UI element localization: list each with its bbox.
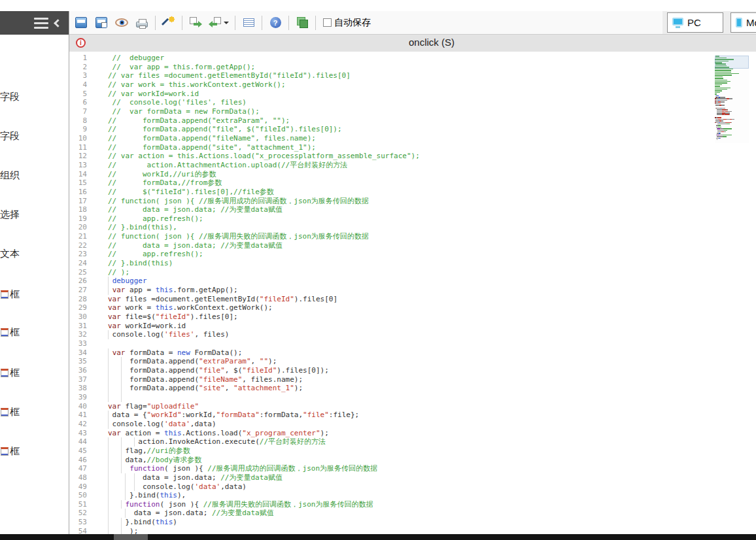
line-number: 38 xyxy=(69,384,87,393)
line-number: 44 xyxy=(69,437,87,447)
code-line: 36 formData.append("file", $("fileId").f… xyxy=(69,366,756,375)
code-line: 25// ); xyxy=(69,268,756,277)
code-editor[interactable]: 1 // debugger2 // var app = this.form.ge… xyxy=(69,52,756,534)
autosave-toggle[interactable]: 自动保存 xyxy=(323,17,371,29)
code-line: 21// function( json ){ //服务调用失败的回调函数，jso… xyxy=(69,232,756,241)
bottom-scrollbar xyxy=(0,534,756,540)
tab-pc[interactable]: PC xyxy=(667,12,723,33)
indent-guide xyxy=(121,393,122,402)
collapse-sidebar-icon[interactable] xyxy=(54,19,62,27)
line-number: 3 xyxy=(69,71,87,80)
code-line: 16// $("fileId").files[0],//file参数 xyxy=(69,188,756,197)
code-lines: 1 // debugger2 // var app = this.form.ge… xyxy=(69,54,756,534)
toolbox-item[interactable]: 字段 xyxy=(0,129,20,143)
code-line: 20// }.bind(this), xyxy=(69,223,756,232)
line-number: 5 xyxy=(69,90,87,99)
toolbox-item[interactable]: 框 xyxy=(0,445,20,458)
editor-toolbar: ? 自动保存 xyxy=(69,11,756,35)
tab-mobile-label: Mo xyxy=(746,17,756,28)
line-number: 40 xyxy=(69,402,87,411)
indent-guide xyxy=(108,464,109,473)
toolbox-item[interactable]: 框 xyxy=(0,288,20,301)
copy-button[interactable] xyxy=(295,15,309,31)
autosave-checkbox[interactable] xyxy=(323,18,332,27)
form-widget-icon xyxy=(1,447,9,456)
tab-mobile[interactable]: Mo xyxy=(730,12,756,33)
code-line: 39 xyxy=(69,393,756,402)
code-line: 3// var files =document.getElementById("… xyxy=(69,71,756,80)
toolbox-item[interactable]: 文本 xyxy=(0,247,20,260)
indent-guide xyxy=(108,393,109,402)
indent-guide xyxy=(108,518,109,527)
desktop-icon xyxy=(672,18,683,25)
line-number: 25 xyxy=(69,268,87,277)
toolbox-item[interactable]: 字段 xyxy=(0,90,20,103)
code-line: 48 data = json.data; //为变量data赋值 xyxy=(69,473,756,482)
toolbox-item-label: 选择 xyxy=(0,209,20,221)
help-icon: ? xyxy=(270,17,281,28)
form-widget-icon xyxy=(1,369,9,377)
toolbox-item-label: 字段 xyxy=(0,91,20,103)
save-button[interactable] xyxy=(74,15,88,31)
code-line: 49 console.log('data',data) xyxy=(69,482,756,492)
save-as-button[interactable] xyxy=(94,15,109,31)
form-list-button[interactable] xyxy=(241,15,256,31)
indent-guide xyxy=(108,330,109,339)
tab-pc-label: PC xyxy=(687,17,701,28)
code-line: 13// action.AttachmentAction.upload(//平台… xyxy=(69,161,756,170)
code-line: 28var files =document.getElementById("fi… xyxy=(69,295,756,304)
code-line: 47 function( json ){ //服务调用成功的回调函数，json为… xyxy=(69,464,756,473)
print-button[interactable] xyxy=(135,15,149,31)
code-line: 43var action = this.Actions.load("x_prog… xyxy=(69,429,756,438)
hamburger-menu-icon[interactable] xyxy=(34,18,48,29)
script-editor-window: 字段字段组织选择文本框框框框框 ? 自动保存 PC xyxy=(0,0,756,540)
line-number: 9 xyxy=(69,125,87,134)
toolbox-item[interactable]: 组织 xyxy=(0,169,20,182)
line-number: 42 xyxy=(69,420,87,429)
code-line: 33 xyxy=(69,339,756,348)
indent-guide xyxy=(108,277,109,286)
indent-guide xyxy=(108,527,109,534)
code-line: 24// }.bind(this) xyxy=(69,259,756,268)
line-number: 48 xyxy=(69,473,87,482)
code-line: 17// function( json ){ //服务调用成功的回调函数，jso… xyxy=(69,197,756,206)
code-line: 51 function( json ){ //服务调用失败的回调函数，json为… xyxy=(69,500,756,509)
dropdown-caret-icon xyxy=(224,22,229,24)
code-line: 52 data = json.data; //为变量data赋值 xyxy=(69,509,756,518)
help-button[interactable]: ? xyxy=(268,15,283,31)
code-line: 11// formData.append("site", "attachment… xyxy=(69,143,756,152)
indent-guide xyxy=(134,437,135,447)
toolbox-item[interactable]: 选择 xyxy=(0,208,20,221)
code-line: 31var workId=work.id xyxy=(69,322,756,331)
code-line: 5// var workId=work.id xyxy=(69,90,756,99)
line-number: 35 xyxy=(69,357,87,366)
indent-guide xyxy=(121,366,122,375)
indent-guide xyxy=(121,500,122,509)
indent-guide xyxy=(108,411,109,420)
scrollbar-thumb[interactable] xyxy=(114,534,148,540)
indent-guide xyxy=(108,473,109,482)
code-line: 2 // var app = this.form.getApp(); xyxy=(69,63,756,72)
indent-guide xyxy=(108,491,109,500)
export-button[interactable] xyxy=(188,15,203,31)
line-number: 10 xyxy=(69,134,87,143)
toolbox-item[interactable]: 框 xyxy=(0,326,20,339)
line-number: 18 xyxy=(69,205,87,214)
code-minimap[interactable] xyxy=(715,56,749,143)
line-number: 45 xyxy=(69,447,87,456)
line-number: 47 xyxy=(69,464,87,473)
code-line: 26 debugger xyxy=(69,277,756,286)
code-line: 23// app.refresh(); xyxy=(69,250,756,259)
preview-button[interactable] xyxy=(114,15,129,31)
toolbox-sidebar: 字段字段组织选择文本框框框框框 xyxy=(0,35,69,534)
indent-guide xyxy=(121,527,122,534)
code-line: 29var work = this.workContext.getWork(); xyxy=(69,303,756,312)
copy-icon xyxy=(297,17,308,28)
import-button[interactable] xyxy=(209,15,229,31)
line-number: 21 xyxy=(69,232,87,241)
wizard-button[interactable] xyxy=(162,15,176,31)
toolbar-separator xyxy=(288,16,289,30)
toolbox-item[interactable]: 框 xyxy=(0,366,20,379)
toolbox-item[interactable]: 框 xyxy=(0,405,20,418)
code-line: 50 }.bind(this), xyxy=(69,491,756,500)
